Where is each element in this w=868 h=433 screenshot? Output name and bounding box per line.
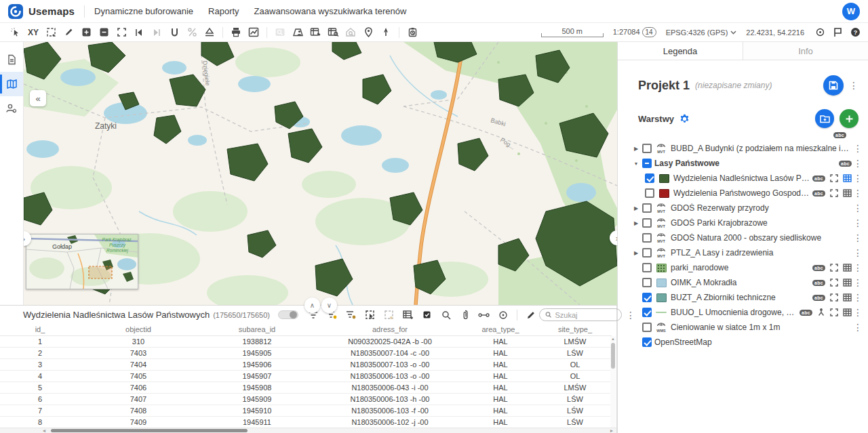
- search-features-icon[interactable]: [438, 308, 454, 323]
- table-row[interactable]: 774081945910N180350006-103 -f -00HALLŚW: [0, 405, 612, 416]
- col-header[interactable]: site_type_: [538, 324, 612, 335]
- layer-kebab[interactable]: ⋮: [853, 188, 863, 198]
- attribute-table-icon[interactable]: [843, 279, 852, 287]
- geolocation-circle-icon[interactable]: [495, 308, 511, 323]
- abc-badge[interactable]: abc: [812, 190, 825, 197]
- filter-clear-icon[interactable]: [343, 308, 359, 323]
- layer-checkbox[interactable]: [642, 263, 652, 272]
- tab-legend[interactable]: Legenda: [618, 42, 743, 60]
- select-features-box-icon[interactable]: [362, 308, 378, 323]
- abc-badge[interactable]: abc: [812, 280, 825, 286]
- expander-icon[interactable]: ▼: [631, 161, 641, 166]
- add-layer-button[interactable]: [840, 109, 859, 128]
- expander-icon[interactable]: ▶: [631, 250, 641, 256]
- zoom-to-layer-icon[interactable]: [830, 279, 838, 287]
- table-row[interactable]: 274031945905N180350007-104 -c -00HALLŚW: [0, 347, 612, 358]
- geometry-node-icon[interactable]: [817, 308, 825, 316]
- report-flag-icon[interactable]: [831, 24, 844, 41]
- zoom-to-layer-icon[interactable]: [830, 189, 838, 197]
- abc-badge[interactable]: abc: [800, 310, 812, 316]
- layer-checkbox-checked[interactable]: [642, 308, 652, 317]
- layer-checkbox[interactable]: [642, 233, 652, 243]
- expander-icon[interactable]: ▶: [631, 220, 641, 226]
- layer-kebab[interactable]: ⋮: [853, 144, 863, 153]
- previous-extent-icon[interactable]: [130, 24, 148, 41]
- layer-checkbox-indeterminate[interactable]: [642, 159, 652, 168]
- col-header[interactable]: id_: [0, 324, 80, 335]
- layer-checkbox[interactable]: [642, 323, 652, 332]
- nav-item-advanced-search[interactable]: Zaawansowana wyszukiwarka terenów: [254, 6, 407, 16]
- abc-badge[interactable]: abc: [812, 295, 825, 301]
- layer-kebab[interactable]: ⋮: [853, 173, 863, 183]
- col-header[interactable]: subarea_id: [197, 324, 317, 335]
- layer-kebab[interactable]: ⋮: [853, 278, 863, 287]
- table-row[interactable]: 674071945909N180350006-103 -h -00HALLŚW: [0, 393, 612, 405]
- xy-coordinates-button[interactable]: XY: [24, 24, 42, 41]
- nav-item-dynamic-buffering[interactable]: Dynamiczne buforowanie: [94, 6, 193, 16]
- horizontal-scroll-thumb[interactable]: [51, 429, 248, 432]
- col-header[interactable]: objectid: [80, 324, 197, 335]
- attribute-table-icon[interactable]: [843, 293, 852, 302]
- table-row[interactable]: 13101938812N090320025-042A -b -00HALLMŚW: [0, 335, 612, 347]
- scroll-left-arrow[interactable]: ◄: [41, 428, 47, 433]
- help-icon[interactable]: ?: [849, 24, 861, 41]
- table-row[interactable]: 374041945906N180350007-103 -o -00HALOL: [0, 358, 612, 370]
- scroll-up-arrow[interactable]: ▲: [610, 336, 616, 342]
- edit-pencil-icon[interactable]: [523, 308, 539, 323]
- layer-checkbox[interactable]: [642, 278, 652, 287]
- layer-kebab[interactable]: ⋮: [853, 203, 863, 213]
- location-pin-icon[interactable]: [359, 24, 377, 41]
- attribute-table-icon[interactable]: [843, 174, 852, 182]
- map-viewport[interactable]: Zatyki Dzięgiele Babki Pog...: [24, 42, 617, 305]
- map-identify-icon[interactable]: [289, 24, 307, 41]
- abc-badge[interactable]: abc: [839, 161, 852, 167]
- clear-eraser-icon[interactable]: [201, 24, 218, 41]
- layer-checkbox[interactable]: [642, 203, 652, 213]
- select-cursor-icon[interactable]: [7, 24, 24, 41]
- layer-checkbox[interactable]: [645, 188, 654, 198]
- image-search-icon[interactable]: [271, 24, 289, 41]
- relations-link-icon[interactable]: [476, 308, 492, 323]
- user-avatar[interactable]: W: [842, 3, 860, 20]
- table-search-input[interactable]: [555, 311, 616, 319]
- tab-info[interactable]: Info: [743, 42, 868, 60]
- target-crosshair-icon[interactable]: [814, 24, 826, 41]
- zoom-to-layer-icon[interactable]: [830, 308, 838, 316]
- table-menu-kebab[interactable]: ⋮: [626, 310, 635, 320]
- layer-kebab[interactable]: ⋮: [853, 263, 863, 272]
- sidebar-item-users[interactable]: [0, 96, 23, 121]
- draw-icon[interactable]: [60, 24, 77, 41]
- home-search-icon[interactable]: [342, 24, 359, 41]
- expander-icon[interactable]: ▶: [631, 205, 641, 211]
- layer-kebab[interactable]: ⋮: [853, 159, 863, 168]
- panel-expand-up-button[interactable]: ∧: [304, 297, 320, 313]
- next-extent-icon[interactable]: [148, 24, 165, 41]
- crs-selector[interactable]: EPSG:4326 (GPS): [666, 28, 737, 37]
- col-header[interactable]: adress_for: [317, 324, 462, 335]
- add-group-button[interactable]: [815, 109, 834, 128]
- zoom-out-icon[interactable]: [95, 24, 113, 41]
- sidebar-item-map[interactable]: [0, 72, 23, 96]
- geolocate-icon[interactable]: [377, 24, 395, 41]
- print-icon[interactable]: [227, 24, 245, 41]
- abc-badge[interactable]: abc: [812, 176, 825, 182]
- minimap-extent-rect[interactable]: [89, 266, 112, 279]
- layer-kebab[interactable]: ⋮: [853, 233, 863, 243]
- col-header[interactable]: area_type_: [462, 324, 538, 335]
- minimap-collapse-button[interactable]: «: [30, 90, 46, 106]
- layer-checkbox-checked[interactable]: [642, 293, 652, 302]
- abc-badge[interactable]: abc: [812, 265, 825, 271]
- table-row[interactable]: 474051945907N180350006-103 -o -00HALOL: [0, 370, 612, 382]
- zoom-to-layer-icon[interactable]: [830, 293, 838, 302]
- scroll-right-arrow[interactable]: ►: [608, 428, 615, 433]
- layer-checkbox[interactable]: [642, 144, 652, 153]
- layer-checkbox-checked[interactable]: [645, 173, 654, 183]
- snapping-magnet-icon[interactable]: [165, 24, 183, 41]
- layer-kebab[interactable]: ⋮: [853, 218, 863, 228]
- layer-kebab[interactable]: ⋮: [853, 323, 863, 332]
- zoom-in-icon[interactable]: [77, 24, 95, 41]
- layer-kebab[interactable]: ⋮: [853, 293, 863, 302]
- deselect-box-icon[interactable]: [381, 308, 397, 323]
- attachments-icon[interactable]: [457, 308, 473, 323]
- table-row[interactable]: 874091945911N180350006-102 -j -00HALLŚW: [0, 416, 612, 428]
